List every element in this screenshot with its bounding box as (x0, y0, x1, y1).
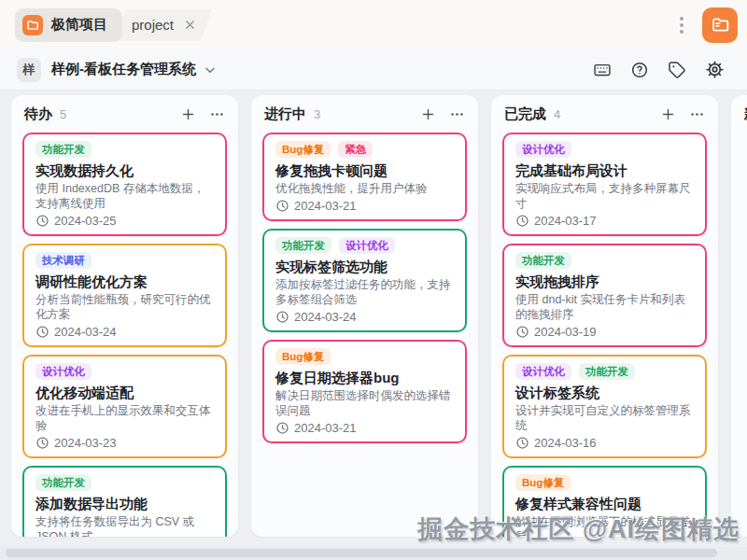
clock-icon (35, 436, 49, 450)
tag-row: 设计优化功能开发 (515, 363, 694, 380)
card-list (731, 131, 747, 142)
task-card[interactable]: 技术调研调研性能优化方案分析当前性能瓶颈，研究可行的优化方案2024-03-24 (22, 244, 227, 347)
card-tag: 功能开发 (275, 237, 331, 254)
tab-project[interactable]: project (113, 9, 212, 41)
card-title: 添加数据导出功能 (35, 496, 214, 512)
keyboard-shortcuts-icon[interactable] (586, 54, 618, 86)
tag-row: 功能开发 (35, 141, 214, 158)
clock-icon (275, 421, 289, 435)
tag-row: Bug修复紧急 (275, 141, 454, 158)
kanban-column: 待办5功能开发实现数据持久化使用 IndexedDB 存储本地数据，支持离线使用… (11, 95, 238, 537)
column-actions (420, 106, 465, 122)
task-card[interactable]: 功能开发添加数据导出功能支持将任务数据导出为 CSV 或 JSON 格式2024… (22, 466, 227, 537)
card-due-date: 2024-03-24 (35, 324, 214, 339)
folder-icon (22, 15, 43, 35)
card-title: 调研性能优化方案 (35, 273, 214, 290)
tag-row: Bug修复 (275, 348, 454, 365)
card-list: 设计优化完成基础布局设计实现响应式布局，支持多种屏幕尺寸2024-03-17功能… (491, 131, 718, 537)
card-due-date: 2024-03-17 (515, 213, 694, 228)
settings-gear-icon[interactable] (698, 54, 730, 86)
task-card[interactable]: 设计优化功能开发设计标签系统设计并实现可自定义的标签管理系统2024-03-16 (502, 355, 707, 458)
task-card[interactable]: 功能开发实现拖拽排序使用 dnd-kit 实现任务卡片和列表的拖拽排序2024-… (502, 244, 707, 347)
kanban-board: 待办5功能开发实现数据持久化使用 IndexedDB 存储本地数据，支持离线使用… (0, 91, 747, 547)
card-tag: 技术调研 (35, 252, 92, 269)
card-tag: 设计优化 (35, 363, 92, 380)
card-title: 优化移动端适配 (35, 385, 214, 401)
column-menu-button[interactable] (689, 106, 705, 122)
help-icon[interactable] (624, 54, 655, 86)
kanban-column: 新列 (731, 95, 747, 537)
tag-row: 设计优化 (515, 141, 694, 158)
card-description: 优化拖拽性能，提升用户体验 (275, 181, 454, 196)
due-date-text: 2024-03-17 (534, 214, 597, 228)
task-card[interactable]: Bug修复修复日期选择器bug解决日期范围选择时偶发的选择错误问题2024-03… (262, 340, 467, 443)
card-tag: Bug修复 (275, 141, 331, 158)
column-header: 新列 (731, 95, 747, 131)
card-title: 设计标签系统 (515, 385, 694, 401)
tab-workspace[interactable]: 极简项目 (15, 8, 122, 42)
tab-strip: 极简项目 project (15, 8, 212, 42)
card-tag: Bug修复 (275, 348, 331, 365)
tag-icon[interactable] (661, 54, 693, 86)
card-tag: Bug修复 (515, 474, 571, 491)
card-list: 功能开发实现数据持久化使用 IndexedDB 存储本地数据，支持离线使用202… (11, 131, 238, 537)
column-menu-button[interactable] (209, 106, 225, 122)
task-card[interactable]: 设计优化完成基础布局设计实现响应式布局，支持多种屏幕尺寸2024-03-17 (502, 133, 707, 236)
due-date-text: 2024-03-23 (54, 436, 117, 450)
due-date-text: 2024-03-24 (294, 310, 357, 324)
board-toolbar: 样 样例-看板任务管理系统 (0, 49, 747, 91)
add-card-button[interactable] (180, 106, 196, 122)
app-folder-button[interactable] (702, 7, 738, 43)
app-window: 极简项目 project 样 样例-看板任务管理系统 (0, 0, 747, 560)
board-avatar: 样 (17, 58, 41, 82)
card-description: 改进在手机上的显示效果和交互体验 (35, 403, 214, 433)
card-tag: 功能开发 (35, 141, 92, 158)
title-bar: 极简项目 project (0, 0, 747, 49)
clock-icon (35, 214, 49, 228)
card-due-date: 2024-03-24 (275, 309, 454, 324)
column-count: 5 (60, 107, 66, 121)
card-due-date: 2024-03-23 (35, 435, 214, 450)
kanban-column: 进行中3Bug修复紧急修复拖拽卡顿问题优化拖拽性能，提升用户体验2024-03-… (251, 95, 478, 537)
clock-icon (515, 325, 529, 339)
card-due-date: 2024-03-25 (35, 213, 214, 228)
add-card-button[interactable] (660, 106, 676, 122)
column-title: 进行中 (264, 105, 306, 123)
column-menu-button[interactable] (449, 106, 465, 122)
clock-icon (275, 310, 289, 324)
column-title: 已完成 (504, 105, 546, 123)
tag-row: 功能开发 (35, 474, 214, 491)
column-header: 已完成4 (491, 95, 718, 131)
clock-icon (515, 436, 529, 450)
task-card[interactable]: 设计优化优化移动端适配改进在手机上的显示效果和交互体验2024-03-23 (22, 355, 227, 458)
tag-row: 功能开发设计优化 (275, 237, 454, 254)
column-count: 3 (314, 107, 320, 121)
column-header: 待办5 (11, 95, 238, 131)
card-title: 修复日期选择器bug (275, 370, 454, 386)
card-description: 添加按标签过滤任务的功能，支持多标签组合筛选 (275, 277, 454, 307)
task-card[interactable]: Bug修复修复样式兼容性问题解决在不同浏览器下的样式显示差异2024-03-18 (502, 466, 707, 537)
close-icon[interactable] (183, 18, 197, 32)
task-card[interactable]: 功能开发实现数据持久化使用 IndexedDB 存储本地数据，支持离线使用202… (22, 133, 227, 236)
board-title: 样例-看板任务管理系统 (51, 61, 196, 78)
card-tag: 紧急 (338, 141, 373, 158)
due-date-text: 2024-03-19 (534, 325, 597, 339)
more-menu-icon[interactable] (672, 8, 691, 42)
scrollbar-thumb[interactable] (6, 549, 717, 557)
tag-row: 功能开发 (515, 252, 694, 269)
card-title: 修复样式兼容性问题 (515, 496, 694, 512)
tag-row: 技术调研 (35, 252, 214, 269)
card-description: 使用 IndexedDB 存储本地数据，支持离线使用 (35, 181, 214, 211)
clock-icon (515, 214, 529, 228)
column-title: 待办 (24, 105, 52, 123)
card-description: 实现响应式布局，支持多种屏幕尺寸 (515, 181, 694, 211)
card-title: 实现数据持久化 (35, 162, 214, 179)
card-description: 使用 dnd-kit 实现任务卡片和列表的拖拽排序 (515, 292, 694, 322)
add-card-button[interactable] (420, 106, 436, 122)
task-card[interactable]: Bug修复紧急修复拖拽卡顿问题优化拖拽性能，提升用户体验2024-03-21 (262, 133, 467, 221)
card-tag: 设计优化 (515, 363, 571, 380)
chevron-down-icon[interactable] (203, 63, 218, 77)
task-card[interactable]: 功能开发设计优化实现标签筛选功能添加按标签过滤任务的功能，支持多标签组合筛选20… (262, 229, 467, 332)
card-description: 支持将任务数据导出为 CSV 或 JSON 格式 (35, 514, 214, 537)
card-tag: 设计优化 (339, 237, 395, 254)
